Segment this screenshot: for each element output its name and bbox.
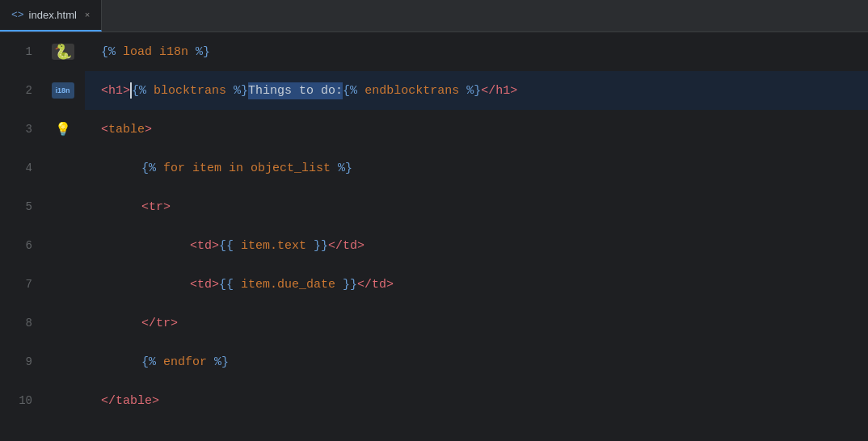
gutter-cell-2: i18n [40,71,85,110]
token: < [101,123,108,136]
selected-text: Things to do: [248,82,343,99]
gutter: 🐍 i18n 💡 [40,32,85,441]
code-line-8: </tr> [85,304,868,342]
token: %} [466,84,481,98]
editor-body: 1 2 3 4 5 6 7 8 9 10 🐍 i18n 💡 [0,32,868,441]
token: }} [314,239,328,253]
token: {% [141,162,156,175]
token: <td> [190,239,219,253]
bulb-icon[interactable]: 💡 [52,121,74,137]
token: </td> [357,278,394,292]
token: item.due_date [234,278,343,292]
code-line-9: {% endfor %} [85,342,868,381]
gutter-cell-7 [40,265,85,304]
token: > [145,123,152,136]
token: for item in object_list [156,162,338,175]
token: load i18n [116,45,196,59]
line-number: 3 [26,110,32,149]
code-line-3: <table> [85,110,868,149]
line-number: 8 [26,304,32,342]
token: %} [196,45,210,59]
token: <td> [190,278,219,292]
editor-tab[interactable]: <> index.html × [0,0,102,32]
token: }} [343,278,357,292]
token: {% [101,45,116,59]
line-number: 2 [26,71,32,110]
line-number: 7 [26,265,32,304]
line-number: 4 [26,149,32,187]
token: endblocktrans [357,84,466,98]
gutter-cell-9 [40,342,85,381]
gutter-cell-6 [40,226,85,265]
code-line-7: <td>{{ item.due_date }}</td> [85,265,868,304]
tab-filename: index.html [29,9,77,21]
token: %} [234,84,248,98]
token: {{ [219,278,234,292]
gutter-cell-1: 🐍 [40,32,85,71]
gutter-cell-3: 💡 [40,110,85,149]
token: {% [141,355,156,369]
line-number: 10 [19,381,32,420]
tab-bar: <> index.html × [0,0,868,32]
token: {% [132,84,146,98]
editor-container: <> index.html × 1 2 3 4 5 6 7 8 9 10 🐍 [0,0,868,441]
code-line-10: </table> [85,381,868,420]
token: </h1> [481,84,517,98]
python-icon[interactable]: 🐍 [52,44,74,60]
token: <h1> [101,84,130,98]
token: blocktrans [146,84,234,98]
token: endfor [156,355,214,369]
token: {% [343,84,357,98]
gutter-cell-8 [40,304,85,342]
tab-close-button[interactable]: × [85,10,91,20]
token: </tr> [141,317,178,330]
gutter-cell-4 [40,149,85,187]
line-number: 6 [26,226,32,265]
line-number: 9 [26,342,32,381]
token: table [108,123,145,136]
file-type-icon: <> [11,9,24,21]
token: </td> [328,239,364,253]
code-line-1: {% load i18n %} [85,32,868,71]
line-numbers: 1 2 3 4 5 6 7 8 9 10 [0,32,40,441]
token: item.text [234,239,314,253]
line-number: 1 [26,32,32,71]
gutter-cell-5 [40,187,85,226]
token: %} [214,355,229,369]
i18n-icon[interactable]: i18n [52,82,74,99]
token: {{ [219,239,234,253]
code-line-5: <tr> [85,187,868,226]
gutter-cell-10 [40,381,85,420]
code-area[interactable]: {% load i18n %} <h1>{% blocktrans %}Thin… [85,32,868,441]
line-number: 5 [26,187,32,226]
code-line-4: {% for item in object_list %} [85,149,868,187]
token: %} [338,162,352,175]
code-line-6: <td>{{ item.text }}</td> [85,226,868,265]
code-line-2: <h1>{% blocktrans %}Things to do:{% endb… [85,71,868,110]
token: </table> [101,394,159,408]
token: <tr> [141,200,171,214]
